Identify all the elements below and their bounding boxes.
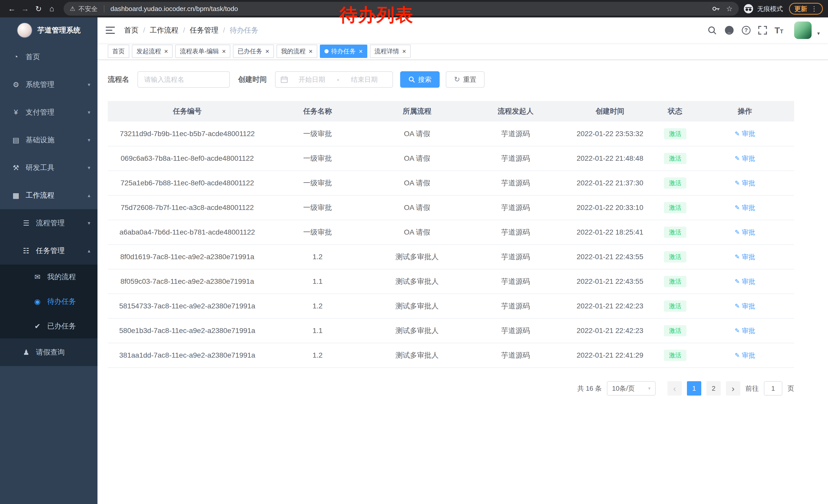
star-icon[interactable]: ☆: [726, 5, 733, 13]
help-icon[interactable]: ?: [742, 26, 750, 35]
sidebar-item-home[interactable]: ◔首页: [0, 43, 97, 71]
user-avatar[interactable]: [794, 21, 812, 39]
tab-launch-process[interactable]: 发起流程×: [132, 45, 173, 58]
search-button[interactable]: 搜索: [400, 71, 440, 88]
forward-icon[interactable]: →: [18, 2, 32, 15]
fullscreen-icon[interactable]: [758, 26, 767, 35]
search-icon[interactable]: [707, 26, 717, 35]
approve-link[interactable]: ✎审批: [735, 154, 755, 163]
cell-action: ✎审批: [696, 171, 794, 195]
cell-task-id: 069c6a63-7b8a-11ec-8ef0-acde48001122: [108, 146, 267, 171]
status-badge: 激活: [664, 251, 687, 263]
navbar-actions: ? TT ▾: [707, 21, 820, 39]
cell-create-time: 2022-01-21 22:42:23: [565, 318, 655, 343]
sidebar-item-todo-task[interactable]: ◉待办任务: [0, 289, 97, 314]
table-row: 73211d9d-7b9b-11ec-b5b7-acde48001122一级审批…: [108, 122, 794, 146]
cell-create-time: 2022-01-22 20:33:10: [565, 195, 655, 220]
close-icon[interactable]: ×: [265, 48, 269, 55]
key-icon[interactable]: [712, 5, 720, 13]
cell-task-name: 一级审批: [267, 146, 368, 171]
edit-icon: ✎: [735, 155, 740, 162]
tab-process-detail[interactable]: 流程详情×: [370, 45, 411, 58]
address-bar[interactable]: ⚠ 不安全 dashboard.yudao.iocoder.cn/bpm/tas…: [64, 2, 739, 16]
edit-icon: ✎: [735, 352, 740, 359]
goto-page-input[interactable]: [764, 381, 782, 396]
cell-initiator: 芋道源码: [466, 122, 565, 146]
close-icon[interactable]: ×: [359, 48, 363, 55]
breadcrumb-item[interactable]: 任务管理: [190, 26, 218, 35]
task-table: 任务编号任务名称所属流程流程发起人创建时间状态操作 73211d9d-7b9b-…: [108, 101, 794, 368]
approve-link[interactable]: ✎审批: [735, 179, 755, 188]
page-button-2[interactable]: 2: [706, 381, 721, 396]
approve-link[interactable]: ✎审批: [735, 326, 755, 335]
home-icon[interactable]: ⌂: [45, 2, 58, 15]
approve-link[interactable]: ✎审批: [735, 277, 755, 286]
approve-link[interactable]: ✎审批: [735, 203, 755, 212]
cell-task-id: a6aba0a4-7b6d-11ec-b781-acde48001122: [108, 220, 267, 244]
page-size-select[interactable]: 10条/页 ▾: [607, 381, 656, 396]
approve-link[interactable]: ✎审批: [735, 129, 755, 138]
chevron-down-icon: ▾: [88, 165, 90, 171]
refresh-icon[interactable]: ↻: [32, 2, 45, 15]
tab-my-process[interactable]: 我的流程×: [277, 45, 317, 58]
cell-create-time: 2022-01-22 21:37:30: [565, 171, 655, 195]
cell-action: ✎审批: [696, 343, 794, 368]
tab-done-task[interactable]: 已办任务×: [233, 45, 274, 58]
chrome-right-controls: 无痕模式 更新 ⋮: [744, 3, 823, 15]
date-range-picker[interactable]: 开始日期 - 结束日期: [275, 71, 393, 88]
goto-label: 前往: [745, 384, 759, 393]
hamburger-icon[interactable]: [106, 26, 115, 34]
update-button[interactable]: 更新 ⋮: [789, 3, 823, 15]
breadcrumb-item: 待办任务: [230, 26, 258, 35]
approve-label: 审批: [742, 179, 755, 188]
sidebar-item-dev-tools[interactable]: ⚒研发工具▾: [0, 154, 97, 182]
pagination: 共 16 条 10条/页 ▾ ‹ 1 2 › 前往 页: [108, 381, 794, 396]
yen-icon: ¥: [10, 108, 22, 117]
tab-home[interactable]: 首页: [108, 45, 129, 58]
cell-status: 激活: [655, 294, 696, 318]
column-header: 状态: [655, 101, 696, 122]
approve-link[interactable]: ✎审批: [735, 302, 755, 311]
close-icon[interactable]: ×: [164, 48, 168, 55]
approve-link[interactable]: ✎审批: [735, 228, 755, 237]
sidebar-item-workflow[interactable]: ▦工作流程▴: [0, 182, 97, 209]
cell-process: OA 请假: [368, 122, 466, 146]
cell-task-name: 一级审批: [267, 171, 368, 195]
breadcrumb-item[interactable]: 工作流程: [150, 26, 178, 35]
sidebar-item-task-management[interactable]: ☷任务管理▴: [0, 237, 97, 265]
breadcrumb-item[interactable]: 首页: [124, 26, 138, 35]
next-page-button[interactable]: ›: [726, 381, 740, 396]
close-icon[interactable]: ×: [402, 48, 406, 55]
table-row: 725a1eb6-7b88-11ec-8ef0-acde48001122一级审批…: [108, 171, 794, 195]
sidebar-item-leave-query[interactable]: ♟请假查询: [0, 338, 97, 366]
close-icon[interactable]: ×: [222, 48, 226, 55]
sidebar-item-done-task[interactable]: ✔已办任务: [0, 314, 97, 338]
tab-todo-task[interactable]: 待办任务×: [320, 45, 367, 58]
approve-link[interactable]: ✎审批: [735, 351, 755, 360]
sidebar-item-process-management[interactable]: ☰流程管理▾: [0, 209, 97, 237]
reset-button[interactable]: ↻ 重置: [446, 71, 485, 88]
process-name-input[interactable]: [137, 71, 230, 88]
edit-icon: ✎: [735, 278, 740, 285]
tab-form-edit[interactable]: 流程表单-编辑×: [175, 45, 230, 58]
font-size-icon[interactable]: TT: [775, 26, 783, 35]
sidebar-item-infrastructure[interactable]: ▤基础设施▾: [0, 126, 97, 154]
sidebar-item-label: 请假查询: [36, 348, 65, 357]
close-icon[interactable]: ×: [309, 48, 313, 55]
sidebar-item-system-management[interactable]: ⚙系统管理▾: [0, 71, 97, 98]
approve-link[interactable]: ✎审批: [735, 253, 755, 262]
cell-action: ✎审批: [696, 146, 794, 171]
edit-icon: ✎: [735, 130, 740, 137]
more-vert-icon[interactable]: ⋮: [811, 5, 818, 13]
breadcrumb: 首页/工作流程/任务管理/待办任务: [124, 26, 258, 35]
github-icon[interactable]: [724, 26, 734, 35]
monitor-icon: ▤: [10, 136, 22, 144]
cell-action: ✎审批: [696, 244, 794, 269]
sidebar-item-my-process[interactable]: ✉我的流程: [0, 265, 97, 289]
page-button-1[interactable]: 1: [687, 381, 701, 396]
sidebar-item-payment-management[interactable]: ¥支付管理▾: [0, 98, 97, 126]
back-icon[interactable]: ←: [5, 2, 18, 15]
prev-page-button[interactable]: ‹: [667, 381, 682, 396]
logo[interactable]: 芋道管理系统: [0, 17, 97, 43]
status-badge: 激活: [664, 276, 687, 287]
